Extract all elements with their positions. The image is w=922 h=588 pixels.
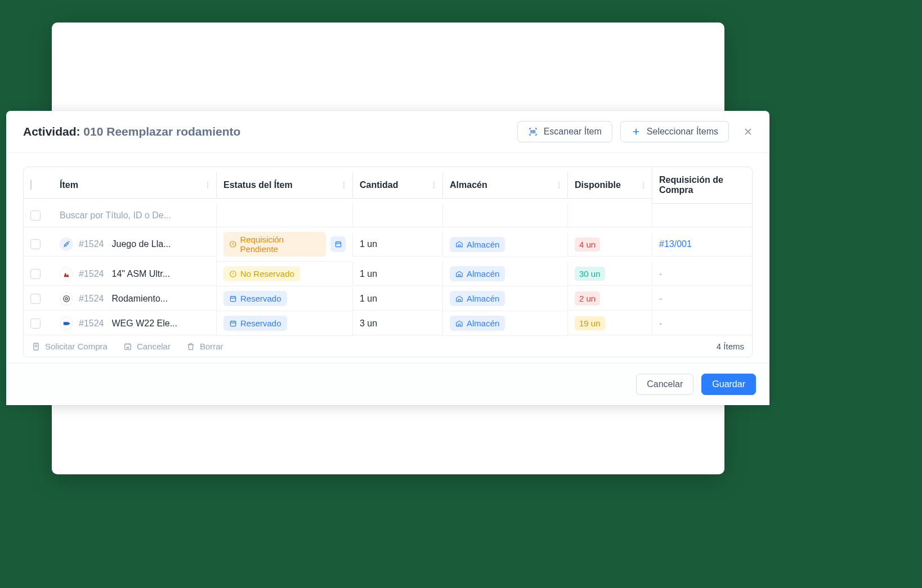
scan-item-button[interactable]: Escanear Ítem [517, 121, 612, 142]
header-actions: Escanear Ítem Seleccionar Ítems [517, 121, 756, 142]
table-filter-row [24, 204, 752, 227]
request-purchase-label: Solicitar Compra [45, 342, 108, 351]
row-checkbox[interactable] [30, 239, 41, 249]
header-status[interactable]: Estatus del Ítem [216, 172, 352, 199]
quantity-cell[interactable]: 3 un [352, 312, 442, 335]
quantity-cell[interactable]: 1 un [352, 233, 442, 257]
item-title: WEG W22 Ele... [112, 318, 177, 329]
svg-rect-25 [125, 344, 131, 349]
requisition-link[interactable]: #13/001 [659, 239, 692, 249]
item-search-input[interactable] [60, 210, 209, 221]
table-row: #1524 WEG W22 Ele... Reservado 3 un Alma… [24, 311, 752, 336]
item-id: #1524 [79, 318, 104, 329]
warehouse-label: Almacén [467, 269, 499, 279]
warehouse-badge[interactable]: Almacén [450, 237, 505, 252]
row-checkbox[interactable] [30, 269, 41, 279]
select-items-button[interactable]: Seleccionar Ítems [620, 121, 729, 142]
request-purchase-button[interactable]: Solicitar Compra [32, 342, 108, 351]
select-items-label: Seleccionar Ítems [647, 127, 718, 137]
requisition-empty: - [659, 269, 662, 279]
delete-button[interactable]: Borrar [186, 342, 223, 351]
svg-point-19 [65, 298, 68, 300]
quantity-value: 1 un [360, 239, 377, 249]
status-badge-reserved: Reservado [223, 316, 287, 331]
close-modal-button[interactable] [740, 124, 756, 140]
barcode-icon [528, 127, 538, 137]
header-item[interactable]: Ítem [53, 172, 216, 199]
warehouse-cell: Almacén [442, 232, 567, 257]
activity-items-modal: Actividad: 010 Reemplazar rodamiento Esc… [6, 111, 769, 405]
svg-rect-20 [230, 296, 235, 301]
filter-warehouse-cell[interactable] [442, 204, 567, 227]
available-pill: 19 un [575, 316, 605, 330]
svg-point-3 [343, 182, 344, 183]
filter-status-cell[interactable] [216, 204, 352, 227]
warehouse-label: Almacén [467, 294, 499, 303]
status-label: Requisición Pendiente [240, 235, 320, 254]
tools-icon [60, 237, 73, 251]
header-requisition-label: Requisición de Compra [659, 175, 723, 195]
save-button[interactable]: Guardar [701, 374, 756, 395]
items-grid: Ítem Estatus del Ítem Cantidad [23, 167, 753, 357]
modal-title-prefix: Actividad: [23, 125, 80, 138]
close-icon [742, 126, 754, 137]
svg-rect-22 [69, 322, 70, 324]
modal-header: Actividad: 010 Reemplazar rodamiento Esc… [6, 111, 769, 153]
quantity-value: 3 un [360, 318, 377, 329]
item-cell[interactable]: #1524 WEG W22 Ele... [53, 312, 216, 335]
header-requisition[interactable]: Requisición de Compra [652, 167, 752, 204]
schedule-button[interactable] [330, 236, 346, 252]
header-quantity-label: Cantidad [360, 180, 398, 190]
item-title: Juego de Lla... [112, 239, 171, 249]
available-pill: 4 un [575, 237, 600, 252]
motor-icon [60, 317, 73, 330]
warehouse-badge[interactable]: Almacén [450, 266, 505, 281]
table-container: Ítem Estatus del Ítem Cantidad [6, 153, 769, 363]
warehouse-badge[interactable]: Almacén [450, 316, 505, 331]
column-menu-icon[interactable] [430, 181, 438, 189]
status-badge-reserved: Reservado [223, 291, 287, 306]
delete-label: Borrar [200, 342, 223, 351]
filter-row-checkbox[interactable] [30, 210, 41, 221]
warehouse-badge[interactable]: Almacén [450, 291, 505, 306]
svg-rect-16 [335, 242, 341, 247]
item-id: #1524 [79, 294, 104, 304]
status-cell: No Reservado [216, 262, 352, 286]
quantity-cell[interactable]: 1 un [352, 287, 442, 311]
table-row: #1524 14" ASM Ultr... No Reservado 1 un … [24, 262, 752, 286]
warehouse-label: Almacén [467, 318, 499, 328]
filter-available-cell[interactable] [567, 204, 652, 227]
select-all-checkbox[interactable] [30, 179, 32, 190]
filter-requisition-cell[interactable] [652, 204, 752, 227]
clock-icon [229, 240, 236, 248]
header-available[interactable]: Disponible [567, 172, 652, 199]
calendar-icon [229, 295, 237, 303]
available-pill: 30 un [575, 267, 605, 281]
column-menu-icon[interactable] [639, 181, 647, 189]
filter-quantity-cell[interactable] [352, 204, 442, 227]
column-menu-icon[interactable] [340, 181, 348, 189]
item-cell[interactable]: #1524 Juego de Lla... [53, 233, 216, 257]
column-menu-icon[interactable] [555, 181, 563, 189]
warehouse-icon [455, 270, 463, 278]
save-button-label: Guardar [712, 379, 745, 389]
item-cell[interactable]: #1524 14" ASM Ultr... [53, 262, 216, 286]
svg-point-14 [643, 187, 644, 188]
svg-point-9 [558, 182, 560, 183]
row-checkbox[interactable] [30, 294, 41, 304]
item-cell[interactable]: #1524 Rodamiento... [53, 287, 216, 311]
requisition-cell: - [652, 262, 752, 286]
quantity-cell[interactable]: 1 un [352, 262, 442, 286]
warehouse-cell: Almacén [442, 262, 567, 286]
svg-point-18 [64, 295, 70, 302]
warehouse-cell: Almacén [442, 311, 567, 336]
available-cell: 30 un [567, 262, 652, 286]
header-quantity[interactable]: Cantidad [352, 172, 442, 199]
header-checkbox-cell [24, 172, 53, 199]
row-checkbox[interactable] [30, 318, 41, 329]
cancel-button[interactable]: Cancelar [636, 374, 693, 395]
column-menu-icon[interactable] [204, 181, 212, 189]
header-warehouse[interactable]: Almacén [442, 172, 567, 199]
svg-point-4 [343, 185, 344, 186]
cancel-reservation-button[interactable]: Cancelar [123, 342, 171, 351]
